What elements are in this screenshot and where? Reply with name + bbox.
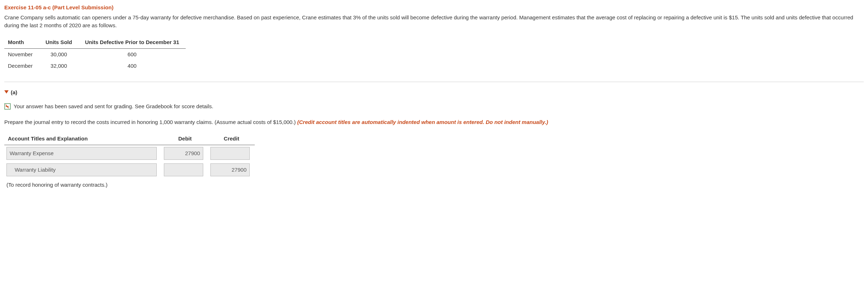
table-row: December 32,000 400 [4, 60, 186, 72]
debit-input[interactable] [164, 147, 203, 160]
table-row: November 30,000 600 [4, 49, 186, 60]
data-header-units-defective: Units Defective Prior to December 31 [78, 36, 185, 48]
data-table: Month Units Sold Units Defective Prior t… [4, 36, 186, 71]
status-row: Your answer has been saved and sent for … [4, 102, 864, 110]
submitted-icon [4, 103, 11, 110]
account-title-input[interactable] [6, 147, 157, 160]
data-header-units-sold: Units Sold [39, 36, 78, 48]
data-cell-units-sold: 30,000 [39, 49, 78, 60]
data-cell-month: December [4, 60, 39, 72]
problem-text: Crane Company sells automatic can opener… [4, 14, 864, 29]
chevron-down-icon [4, 90, 9, 94]
instruction-hint: (Credit account titles are automatically… [297, 119, 548, 125]
data-cell-units-defective: 400 [78, 60, 185, 72]
part-label-text: (a) [11, 89, 17, 96]
credit-input[interactable] [210, 147, 250, 160]
data-header-month: Month [4, 36, 39, 48]
instruction-main: Prepare the journal entry to record the … [4, 119, 297, 125]
journal-caption-row: (To record honoring of warranty contract… [4, 178, 255, 191]
section-divider [4, 82, 864, 82]
instruction-text: Prepare the journal entry to record the … [4, 118, 864, 126]
journal-header-credit: Credit [208, 133, 255, 145]
journal-table: Account Titles and Explanation Debit Cre… [4, 133, 255, 191]
account-title-input[interactable] [6, 163, 157, 176]
journal-header-debit: Debit [162, 133, 208, 145]
data-cell-units-defective: 600 [78, 49, 185, 60]
credit-input[interactable] [210, 163, 250, 176]
journal-row [4, 145, 255, 162]
journal-header-account: Account Titles and Explanation [4, 133, 162, 145]
svg-marker-0 [4, 90, 9, 94]
debit-input[interactable] [164, 163, 203, 176]
journal-caption: (To record honoring of warranty contract… [4, 178, 255, 191]
data-cell-month: November [4, 49, 39, 60]
part-toggle[interactable]: (a) [4, 89, 864, 96]
journal-row [4, 162, 255, 178]
data-cell-units-sold: 32,000 [39, 60, 78, 72]
status-message: Your answer has been saved and sent for … [14, 102, 213, 110]
exercise-title: Exercise 11-05 a-c (Part Level Submissio… [4, 4, 864, 11]
